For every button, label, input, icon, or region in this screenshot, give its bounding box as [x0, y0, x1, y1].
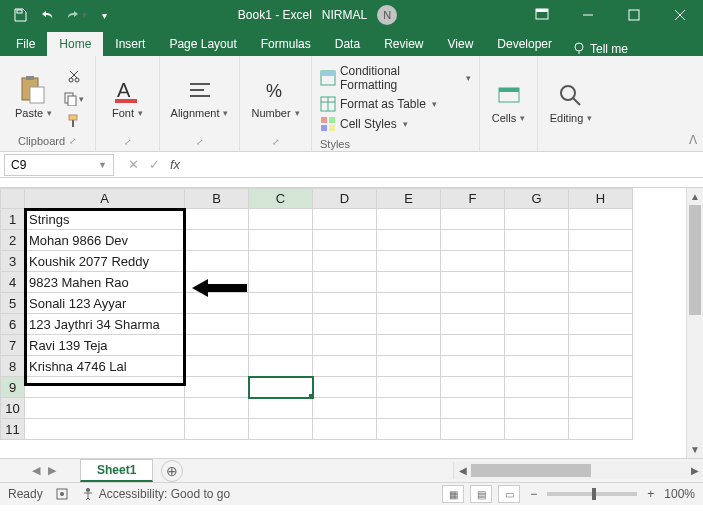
- tab-insert[interactable]: Insert: [103, 32, 157, 56]
- cell-E6[interactable]: [377, 314, 441, 335]
- cell-D8[interactable]: [313, 356, 377, 377]
- row-header-9[interactable]: 9: [1, 377, 25, 398]
- cell-E8[interactable]: [377, 356, 441, 377]
- cell-G3[interactable]: [505, 251, 569, 272]
- accessibility-status[interactable]: Accessibility: Good to go: [81, 487, 230, 501]
- cell-H9[interactable]: [569, 377, 633, 398]
- save-button[interactable]: [8, 3, 32, 27]
- cell-E9[interactable]: [377, 377, 441, 398]
- alignment-launcher[interactable]: ⤢: [196, 137, 204, 147]
- cell-D11[interactable]: [313, 419, 377, 440]
- cell-H8[interactable]: [569, 356, 633, 377]
- cell-C5[interactable]: [249, 293, 313, 314]
- cells-group-button[interactable]: Cells: [488, 80, 529, 126]
- scroll-down-button[interactable]: ▼: [687, 441, 703, 458]
- qat-customize-button[interactable]: ▾: [92, 3, 116, 27]
- cell-H3[interactable]: [569, 251, 633, 272]
- cell-D7[interactable]: [313, 335, 377, 356]
- cancel-formula-button[interactable]: ✕: [128, 157, 139, 172]
- cell-F3[interactable]: [441, 251, 505, 272]
- cell-F1[interactable]: [441, 209, 505, 230]
- cell-C3[interactable]: [249, 251, 313, 272]
- column-header-H[interactable]: H: [569, 189, 633, 209]
- horizontal-scrollbar[interactable]: ◀ ▶: [453, 462, 703, 479]
- cell-H2[interactable]: [569, 230, 633, 251]
- formula-input[interactable]: [190, 154, 703, 176]
- font-group-button[interactable]: A Font: [108, 75, 147, 121]
- cell-G2[interactable]: [505, 230, 569, 251]
- normal-view-button[interactable]: ▦: [442, 485, 464, 503]
- cell-C4[interactable]: [249, 272, 313, 293]
- cell-E11[interactable]: [377, 419, 441, 440]
- tab-formulas[interactable]: Formulas: [249, 32, 323, 56]
- cell-F4[interactable]: [441, 272, 505, 293]
- cell-A6[interactable]: 123 Jaythri 34 Sharma: [25, 314, 185, 335]
- cell-G9[interactable]: [505, 377, 569, 398]
- row-header-5[interactable]: 5: [1, 293, 25, 314]
- cell-G1[interactable]: [505, 209, 569, 230]
- ribbon-options-button[interactable]: [519, 0, 565, 30]
- alignment-group-button[interactable]: Alignment: [167, 75, 233, 121]
- cell-A5[interactable]: Sonali 123 Ayyar: [25, 293, 185, 314]
- cell-styles-button[interactable]: Cell Styles▾: [320, 114, 471, 134]
- cell-C8[interactable]: [249, 356, 313, 377]
- tell-me-search[interactable]: Tell me: [572, 42, 628, 56]
- cell-H6[interactable]: [569, 314, 633, 335]
- cell-G4[interactable]: [505, 272, 569, 293]
- user-avatar[interactable]: N: [377, 5, 397, 25]
- cell-A2[interactable]: Mohan 9866 Dev: [25, 230, 185, 251]
- column-header-D[interactable]: D: [313, 189, 377, 209]
- cell-B10[interactable]: [185, 398, 249, 419]
- cell-G10[interactable]: [505, 398, 569, 419]
- row-header-3[interactable]: 3: [1, 251, 25, 272]
- cell-B2[interactable]: [185, 230, 249, 251]
- paste-button[interactable]: Paste: [11, 73, 56, 121]
- cell-A9[interactable]: [25, 377, 185, 398]
- cell-B7[interactable]: [185, 335, 249, 356]
- cell-F6[interactable]: [441, 314, 505, 335]
- scroll-right-button[interactable]: ▶: [686, 465, 703, 476]
- cell-C6[interactable]: [249, 314, 313, 335]
- cell-D4[interactable]: [313, 272, 377, 293]
- row-header-11[interactable]: 11: [1, 419, 25, 440]
- column-header-G[interactable]: G: [505, 189, 569, 209]
- cell-B3[interactable]: [185, 251, 249, 272]
- format-as-table-button[interactable]: Format as Table▾: [320, 94, 471, 114]
- cell-H10[interactable]: [569, 398, 633, 419]
- cell-G5[interactable]: [505, 293, 569, 314]
- worksheet-grid[interactable]: A B C D E F G H 1Strings 2Mohan 9866 Dev…: [0, 188, 703, 458]
- sheet-nav-next[interactable]: ▶: [44, 464, 60, 477]
- cell-B1[interactable]: [185, 209, 249, 230]
- cell-D2[interactable]: [313, 230, 377, 251]
- zoom-level[interactable]: 100%: [664, 487, 695, 501]
- collapse-ribbon-button[interactable]: ᐱ: [689, 133, 697, 147]
- page-break-view-button[interactable]: ▭: [498, 485, 520, 503]
- cell-F5[interactable]: [441, 293, 505, 314]
- conditional-formatting-button[interactable]: Conditional Formatting▾: [320, 62, 471, 94]
- row-header-7[interactable]: 7: [1, 335, 25, 356]
- tab-review[interactable]: Review: [372, 32, 435, 56]
- cell-C10[interactable]: [249, 398, 313, 419]
- column-header-F[interactable]: F: [441, 189, 505, 209]
- cell-D1[interactable]: [313, 209, 377, 230]
- sheet-tab-sheet1[interactable]: Sheet1: [80, 459, 153, 482]
- cell-E5[interactable]: [377, 293, 441, 314]
- cell-G11[interactable]: [505, 419, 569, 440]
- redo-button[interactable]: [64, 3, 88, 27]
- cell-C1[interactable]: [249, 209, 313, 230]
- sheet-nav-prev[interactable]: ◀: [28, 464, 44, 477]
- row-header-4[interactable]: 4: [1, 272, 25, 293]
- enter-formula-button[interactable]: ✓: [149, 157, 160, 172]
- cell-A1[interactable]: Strings: [25, 209, 185, 230]
- column-header-E[interactable]: E: [377, 189, 441, 209]
- close-button[interactable]: [657, 0, 703, 30]
- cell-G7[interactable]: [505, 335, 569, 356]
- cell-C11[interactable]: [249, 419, 313, 440]
- row-header-2[interactable]: 2: [1, 230, 25, 251]
- cell-F2[interactable]: [441, 230, 505, 251]
- cell-D3[interactable]: [313, 251, 377, 272]
- cell-A7[interactable]: Ravi 139 Teja: [25, 335, 185, 356]
- vertical-scrollbar[interactable]: ▲ ▼: [686, 188, 703, 458]
- cell-D6[interactable]: [313, 314, 377, 335]
- cell-E1[interactable]: [377, 209, 441, 230]
